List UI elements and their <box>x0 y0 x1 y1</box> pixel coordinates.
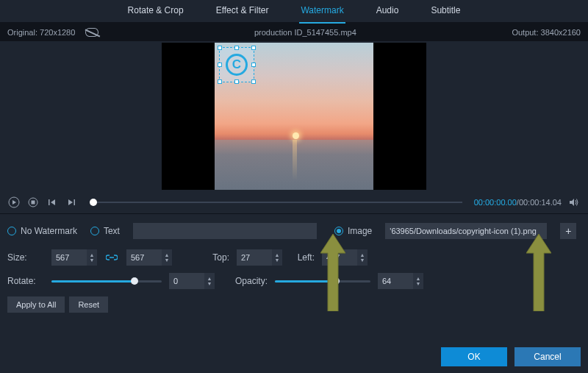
slider-knob[interactable] <box>131 277 138 285</box>
opacity-input[interactable] <box>378 273 413 289</box>
size-label: Size: <box>7 252 44 263</box>
up-arrow-icon[interactable]: ▲ <box>207 276 212 281</box>
up-arrow-icon[interactable]: ▲ <box>90 252 95 257</box>
handle-mid-right[interactable] <box>251 63 256 67</box>
opacity-slider[interactable] <box>275 275 370 287</box>
add-watermark-image-button[interactable]: + <box>560 223 576 239</box>
time-current: 00:00:00.00 <box>474 198 517 207</box>
svg-marker-6 <box>68 199 73 205</box>
top-tabs: Rotate & Crop Effect & Filter Watermark … <box>0 0 588 24</box>
svg-marker-8 <box>570 199 574 206</box>
watermark-image-path-input[interactable] <box>385 223 547 239</box>
handle-bot-right[interactable] <box>251 79 256 84</box>
radio-text[interactable]: Text <box>90 226 120 236</box>
footer-buttons: OK Cancel <box>441 347 581 366</box>
prev-frame-button[interactable] <box>46 196 59 209</box>
handle-top-left[interactable] <box>218 46 222 50</box>
tab-watermark[interactable]: Watermark <box>284 0 359 22</box>
cancel-button[interactable]: Cancel <box>514 347 581 366</box>
radio-label: Image <box>348 226 372 236</box>
reset-button[interactable]: Reset <box>69 296 108 313</box>
radio-no-watermark[interactable]: No Watermark <box>7 226 77 236</box>
radio-label: No Watermark <box>21 226 77 236</box>
svg-marker-1 <box>12 200 16 205</box>
radio-image[interactable]: Image <box>334 226 372 236</box>
preview-sun <box>293 132 299 139</box>
size-width-spinner[interactable]: ▲▼ <box>51 249 97 266</box>
letterbox-left <box>162 43 215 190</box>
top-spinner[interactable]: ▲▼ <box>237 249 282 266</box>
preview-area: C <box>0 41 588 191</box>
stop-button[interactable] <box>26 196 40 209</box>
tab-subtitle[interactable]: Subtitle <box>415 0 476 22</box>
size-height-input[interactable] <box>126 249 162 266</box>
time-display: 00:00:00.00/00:00:14.04 <box>474 198 562 207</box>
time-total: 00:00:14.04 <box>519 198 562 207</box>
link-aspect-icon[interactable] <box>104 250 119 265</box>
filename-label: production ID_5147455.mp4 <box>254 28 356 37</box>
down-arrow-icon[interactable]: ▼ <box>90 257 95 263</box>
opacity-spinner[interactable]: ▲▼ <box>378 273 423 289</box>
handle-top-mid[interactable] <box>234 46 239 50</box>
tab-audio[interactable]: Audio <box>360 0 415 22</box>
size-position-row: Size: ▲▼ ▲▼ Top: ▲▼ Left: ▲▼ <box>7 249 581 266</box>
svg-rect-7 <box>74 199 76 205</box>
opacity-label: Opacity: <box>226 276 268 286</box>
ok-button[interactable]: OK <box>441 347 507 366</box>
rotate-label: Rotate: <box>7 276 44 286</box>
info-bar: Original: 720x1280 production ID_5147455… <box>0 24 588 41</box>
size-width-input[interactable] <box>51 249 87 266</box>
left-spinner[interactable]: ▲▼ <box>322 249 368 266</box>
play-button[interactable] <box>7 196 21 209</box>
watermark-type-row: No Watermark Text Image + <box>7 223 581 239</box>
up-arrow-icon[interactable]: ▲ <box>416 276 421 281</box>
tab-rotate-crop[interactable]: Rotate & Crop <box>112 0 200 22</box>
radio-icon <box>7 227 16 235</box>
tab-effect-filter[interactable]: Effect & Filter <box>200 0 285 22</box>
output-label: Output: 3840x2160 <box>512 28 581 37</box>
down-arrow-icon[interactable]: ▼ <box>360 257 365 263</box>
down-arrow-icon[interactable]: ▼ <box>275 257 280 263</box>
slider-knob[interactable] <box>332 277 340 285</box>
up-arrow-icon[interactable]: ▲ <box>360 252 365 257</box>
up-arrow-icon[interactable]: ▲ <box>165 252 170 257</box>
handle-mid-left[interactable] <box>218 63 222 67</box>
left-input[interactable] <box>322 249 357 266</box>
left-label: Left: <box>290 252 315 263</box>
handle-top-right[interactable] <box>251 46 256 50</box>
rotate-opacity-row: Rotate: ▲▼ Opacity: ▲▼ <box>7 273 581 289</box>
size-height-spinner[interactable]: ▲▼ <box>126 249 172 266</box>
preview-reflection <box>293 140 297 180</box>
radio-label: Text <box>104 226 120 236</box>
next-frame-button[interactable] <box>65 196 78 209</box>
watermark-panel: No Watermark Text Image + Size: ▲▼ ▲▼ To… <box>0 214 588 320</box>
svg-rect-3 <box>32 201 35 205</box>
top-label: Top: <box>193 252 229 263</box>
volume-icon[interactable] <box>567 196 581 209</box>
svg-rect-4 <box>49 199 50 205</box>
down-arrow-icon[interactable]: ▼ <box>416 281 421 286</box>
rotate-input[interactable] <box>169 273 204 289</box>
scrubber-handle[interactable] <box>90 199 97 206</box>
visibility-toggle-icon[interactable] <box>85 28 98 37</box>
apply-to-all-button[interactable]: Apply to All <box>7 296 65 313</box>
transport-bar: 00:00:00.00/00:00:14.04 <box>0 191 588 213</box>
radio-icon <box>334 227 343 235</box>
svg-marker-5 <box>51 199 55 205</box>
watermark-bbox[interactable]: C <box>219 47 254 82</box>
handle-bot-left[interactable] <box>218 79 222 84</box>
letterbox-right <box>373 43 426 190</box>
up-arrow-icon[interactable]: ▲ <box>275 252 280 257</box>
video-preview[interactable]: C <box>162 43 426 190</box>
watermark-text-input[interactable] <box>133 223 317 239</box>
copyright-icon: C <box>226 54 248 76</box>
handle-bot-mid[interactable] <box>234 79 239 84</box>
rotate-spinner[interactable]: ▲▼ <box>169 273 215 289</box>
timeline-scrubber[interactable] <box>90 202 462 203</box>
original-label: Original: 720x1280 <box>7 28 75 37</box>
down-arrow-icon[interactable]: ▼ <box>207 281 212 286</box>
radio-icon <box>90 227 99 235</box>
top-input[interactable] <box>237 249 272 266</box>
rotate-slider[interactable] <box>51 275 162 287</box>
down-arrow-icon[interactable]: ▼ <box>165 257 170 263</box>
